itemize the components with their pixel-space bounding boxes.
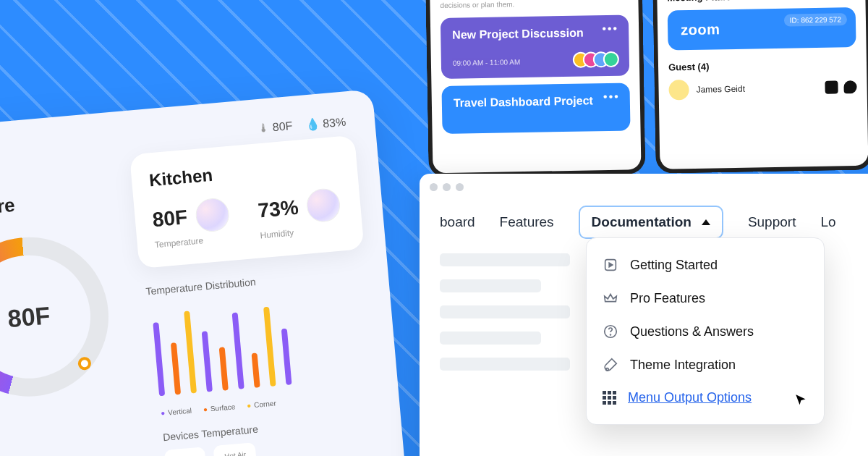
gauge-title: perature: [0, 185, 114, 223]
gauge-value: 80F: [7, 301, 51, 333]
crown-icon: [603, 290, 618, 306]
temp-bubble-icon: [195, 197, 231, 233]
dd-theme[interactable]: Theme Integration: [587, 348, 824, 381]
dd-pro-features[interactable]: Pro Features: [587, 282, 824, 315]
documentation-dropdown: Getting Started Pro Features Questions &…: [586, 237, 825, 425]
more-icon[interactable]: •••: [603, 90, 620, 104]
guest-label: Guest (4): [668, 59, 856, 73]
chart-legend: Vertical Surface Corner: [156, 391, 373, 418]
caret-up-icon: [702, 219, 710, 225]
kitchen-hum-label: Humidity: [260, 227, 294, 240]
play-icon: [603, 257, 618, 273]
kitchen-title: Kitchen: [148, 154, 340, 191]
window-controls: [420, 174, 868, 200]
thermometer-icon: 🌡80F: [258, 119, 293, 136]
dd-questions[interactable]: Questions & Answers: [587, 315, 824, 348]
kitchen-temp-label: Temperature: [154, 235, 203, 250]
zoom-id-badge: ID: 862 229 572: [784, 14, 847, 28]
chat-icon[interactable]: [843, 80, 856, 93]
kitchen-hum-value: 73%: [257, 196, 299, 223]
cursor-icon: [791, 391, 812, 414]
device-box[interactable]: Hot Air102F: [213, 442, 258, 456]
nav-support[interactable]: Support: [748, 214, 796, 230]
temperature-gauge: 80F: [0, 231, 115, 403]
events-subtitle: It's a good day to start any event, you …: [440, 0, 628, 11]
phone-icon[interactable]: [825, 81, 838, 94]
event-card[interactable]: ••• Travel Dashboard Project: [441, 83, 630, 134]
browser-window: board Features Documentation Support Lo …: [420, 174, 868, 456]
dd-menu-output[interactable]: Menu Output Options: [587, 381, 824, 414]
avatar-stack: [579, 51, 619, 68]
device-box[interactable]: Fridge: [164, 447, 208, 456]
nav-board[interactable]: board: [440, 214, 475, 230]
distribution-title: Temperature Distribution: [145, 266, 362, 297]
avatar: [668, 80, 689, 100]
event-card[interactable]: ••• New Project Discussion 09:00 AM - 11…: [441, 14, 629, 79]
nav-documentation[interactable]: Documentation: [579, 206, 723, 239]
dd-getting-started[interactable]: Getting Started: [587, 248, 824, 282]
paint-icon: [603, 357, 618, 373]
question-icon: [603, 324, 618, 339]
svg-point-5: [606, 368, 609, 371]
distribution-chart: [148, 291, 371, 397]
more-icon[interactable]: •••: [602, 22, 618, 35]
phone-events: Today (8) Tommorow (6) 26 Aug It's a goo…: [425, 0, 645, 177]
zoom-logo: zoom: [681, 22, 720, 38]
svg-point-4: [610, 334, 611, 335]
zoom-card[interactable]: ID: 862 229 572 zoom: [668, 7, 856, 51]
phone-meeting: Host Cristofer Donin 15 Minutes Meeting …: [652, 0, 868, 174]
grid-icon: [603, 391, 616, 405]
hum-bubble-icon: [305, 187, 341, 224]
droplet-icon: 💧83%: [305, 115, 346, 132]
dashboard-card: 🌡80F 💧83% perature 80F Kitchen 80F: [0, 89, 407, 456]
nav-features[interactable]: Features: [500, 214, 554, 230]
kitchen-temp-value: 80F: [152, 206, 189, 232]
nav-login[interactable]: Lo: [820, 214, 835, 230]
kitchen-card: Kitchen 80F Temperature 73%: [129, 135, 365, 269]
platform-label: Meeting Platform: [667, 0, 855, 4]
guest-row[interactable]: James Geidt: [668, 77, 856, 101]
